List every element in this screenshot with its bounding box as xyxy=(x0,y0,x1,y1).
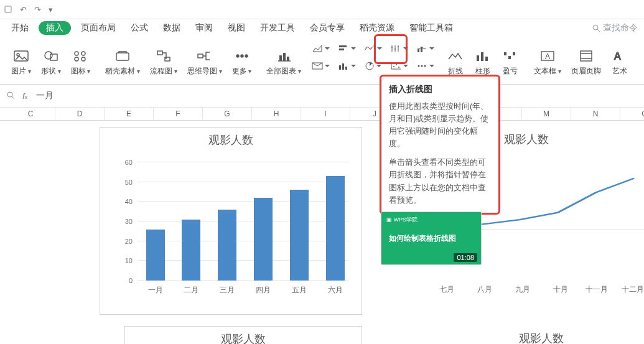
insert-picture[interactable]: 图片 xyxy=(11,39,31,77)
qat-dropdown-icon[interactable]: ▾ xyxy=(49,5,53,14)
svg-rect-41 xyxy=(513,52,515,55)
menu-start[interactable]: 开始 xyxy=(6,21,34,35)
svg-rect-44 xyxy=(581,51,592,61)
svg-rect-39 xyxy=(504,52,506,55)
embedded-bar-chart[interactable]: 观影人数 0 10 20 30 40 50 60 一月 二月 三月 四月 五月 … xyxy=(100,127,362,315)
insert-header-footer[interactable]: 页眉页脚 xyxy=(571,39,601,77)
svg-point-5 xyxy=(45,52,52,59)
col-E[interactable]: E xyxy=(105,108,154,120)
col-D[interactable]: D xyxy=(55,108,105,120)
menu-dev[interactable]: 开发工具 xyxy=(255,21,300,35)
chart-pie-dropdown[interactable] xyxy=(363,59,382,73)
col-F[interactable]: F xyxy=(154,108,203,120)
menu-review[interactable]: 审阅 xyxy=(190,21,218,35)
sparkline-column[interactable]: 柱形 xyxy=(474,39,492,77)
menu-formula[interactable]: 公式 xyxy=(126,21,153,35)
search-box[interactable]: 查找命令 xyxy=(592,22,638,34)
chart-envelope-dropdown[interactable] xyxy=(311,59,330,73)
col-C[interactable]: C xyxy=(6,108,55,120)
chart-scatter-dropdown[interactable] xyxy=(390,59,408,73)
svg-rect-11 xyxy=(116,53,129,60)
bar-2 xyxy=(182,220,200,281)
menu-data[interactable]: 数据 xyxy=(158,21,185,35)
tooltip-body-1: 使用此图表类型按时间(年、月和日)或类别显示趋势。使用它强调随时间的变化幅度。 xyxy=(389,100,491,151)
insert-mindmap[interactable]: 思维导图 xyxy=(187,39,222,77)
insert-textbox[interactable]: A文本框 xyxy=(534,39,561,77)
svg-rect-18 xyxy=(279,55,282,61)
plot-area: 一月 二月 三月 四月 五月 六月 xyxy=(138,162,349,281)
formula-bar: fx xyxy=(0,85,644,108)
svg-point-29 xyxy=(396,64,397,65)
tooltip-body-2: 单击箭头查看不同类型的可用折线图，并将指针暂停在图标上方以在您的文档中查看预览。 xyxy=(389,156,491,207)
menu-view[interactable]: 视图 xyxy=(223,21,250,35)
insert-wordart[interactable]: A艺术 xyxy=(611,39,628,77)
col-H[interactable]: H xyxy=(252,108,301,120)
insert-flowchart[interactable]: 流程图 xyxy=(150,39,177,77)
worksheet[interactable]: 观影人数 0 10 20 30 40 50 60 一月 二月 三月 四月 五月 … xyxy=(0,121,644,344)
svg-rect-22 xyxy=(339,45,347,47)
bar-4 xyxy=(254,198,273,281)
help-video-card[interactable]: ▣ WPS学院 如何绘制表格折线图 01:08 xyxy=(381,212,482,265)
svg-point-4 xyxy=(17,53,19,56)
formula-input[interactable] xyxy=(35,90,638,101)
svg-point-33 xyxy=(418,65,419,67)
menubar: 开始 插入 页面布局 公式 数据 审阅 视图 开发工具 会员专享 稻壳资源 智能… xyxy=(0,19,644,37)
svg-point-30 xyxy=(398,67,399,68)
menu-vip[interactable]: 会员专享 xyxy=(305,21,350,35)
svg-line-2 xyxy=(597,29,600,32)
svg-point-1 xyxy=(593,25,598,30)
menu-resources[interactable]: 稻壳资源 xyxy=(355,21,399,35)
menu-insert[interactable]: 插入 xyxy=(39,21,71,35)
header-footer-icon xyxy=(577,47,595,65)
chart-area-dropdown[interactable] xyxy=(311,42,330,55)
sparkline-line[interactable]: 折线 xyxy=(447,39,464,77)
chart-combo-dropdown[interactable] xyxy=(416,42,434,55)
tooltip-title: 插入折线图 xyxy=(389,83,491,96)
chart-icon xyxy=(275,47,292,65)
fx-icon[interactable]: fx xyxy=(22,91,27,101)
save-icon[interactable] xyxy=(4,5,12,14)
bar-3 xyxy=(218,210,236,281)
chart-bar-dropdown[interactable] xyxy=(337,42,356,55)
chart-column-dropdown[interactable] xyxy=(337,59,356,73)
svg-point-10 xyxy=(82,57,85,61)
sparkline-line-icon xyxy=(447,47,464,65)
docer-material[interactable]: 稻壳素材 xyxy=(105,39,140,77)
menu-page-layout[interactable]: 页面布局 xyxy=(76,21,121,35)
svg-rect-38 xyxy=(485,57,488,61)
col-G[interactable]: G xyxy=(203,108,252,120)
sparkline-winloss[interactable]: 盈亏 xyxy=(502,39,519,77)
insert-more[interactable]: 更多 xyxy=(232,39,252,77)
chart-title: 观影人数 xyxy=(100,128,362,150)
all-charts[interactable]: 全部图表 xyxy=(266,39,301,77)
col-I[interactable]: I xyxy=(301,108,350,120)
redo-icon[interactable]: ↷ xyxy=(34,5,41,14)
sparkline-wl-icon xyxy=(502,47,519,65)
svg-rect-36 xyxy=(477,55,479,61)
search-placeholder: 查找命令 xyxy=(603,22,638,34)
chart-line-dropdown[interactable] xyxy=(363,42,382,55)
ribbon-insert: 图片 形状 图标 稻壳素材 流程图 思维导图 更多 全部图表 折线 柱形 盈亏 … xyxy=(0,37,644,85)
chart-more-dropdown[interactable] xyxy=(416,59,434,73)
svg-rect-40 xyxy=(508,56,511,59)
svg-point-9 xyxy=(75,57,78,61)
svg-point-35 xyxy=(424,65,426,67)
embedded-chart-3[interactable]: 观影人数 xyxy=(124,326,362,344)
video-duration: 01:08 xyxy=(454,253,477,262)
undo-icon[interactable]: ↶ xyxy=(20,5,27,14)
svg-point-34 xyxy=(421,65,422,67)
svg-point-16 xyxy=(241,55,243,57)
svg-rect-25 xyxy=(342,63,344,70)
svg-rect-20 xyxy=(287,57,289,61)
svg-rect-23 xyxy=(339,49,344,50)
chart-stock-dropdown[interactable] xyxy=(390,42,408,55)
svg-point-7 xyxy=(75,52,78,55)
col-M[interactable]: M xyxy=(522,108,571,120)
col-N[interactable]: N xyxy=(571,108,620,120)
embedded-chart-4[interactable]: 观影人数 xyxy=(423,326,644,344)
namebox-search-icon[interactable] xyxy=(6,91,15,101)
insert-icon[interactable]: 图标 xyxy=(71,39,91,77)
menu-ai-tools[interactable]: 智能工具箱 xyxy=(404,21,458,35)
col-O[interactable]: O xyxy=(620,108,644,120)
insert-shape[interactable]: 形状 xyxy=(41,39,61,77)
